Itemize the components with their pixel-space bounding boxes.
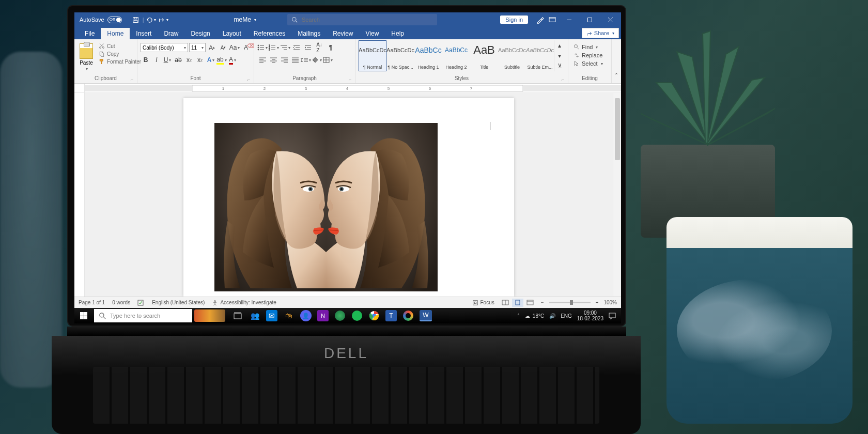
dialog-launcher-icon[interactable]: ⌐ [562,77,567,82]
style-subtitle[interactable]: AaBbCcDcSubtitle [498,40,526,71]
dialog-launcher-icon[interactable]: ⌐ [247,77,253,82]
cut-button[interactable]: Cut [97,42,143,50]
app-icon-2[interactable]: T [385,310,397,321]
search-input[interactable] [302,17,433,23]
style-no-spacing[interactable]: AaBbCcDc¶ No Spac... [386,40,414,71]
autosave-toggle[interactable]: AutoSave Off [74,17,127,23]
zoom-in-icon[interactable]: + [596,300,599,305]
grow-font-icon[interactable]: A▴ [207,42,217,53]
tab-home[interactable]: Home [101,28,130,39]
style-heading-1[interactable]: AaBbCcHeading 1 [414,40,442,71]
align-left-icon[interactable] [257,55,268,65]
language-indicator[interactable]: English (United States) [152,300,205,305]
tab-draw[interactable]: Draw [158,28,184,39]
zoom-out-icon[interactable]: − [541,300,544,305]
store-icon[interactable]: 🛍 [281,308,297,323]
teams-icon[interactable]: 👥 [246,308,263,323]
increase-indent-icon[interactable] [303,42,313,53]
focus-mode[interactable]: Focus [472,300,494,306]
task-view-icon[interactable] [229,308,246,323]
change-case-icon[interactable]: Aa▾ [229,42,240,53]
subscript-button[interactable]: x2 [184,55,194,65]
close-button[interactable] [600,13,620,26]
web-layout-icon[interactable] [524,299,536,307]
font-color-icon[interactable]: A▾ [227,55,238,65]
text-effects-icon[interactable]: A▾ [206,55,216,65]
style-subtle-emphasis[interactable]: AaBbCcDcSubtle Em... [526,40,554,71]
underline-button[interactable]: U▾ [162,55,173,65]
coming-soon-icon[interactable] [534,14,546,25]
align-right-icon[interactable] [279,55,289,65]
start-button[interactable] [74,308,93,323]
tab-insert[interactable]: Insert [130,28,158,39]
mail-icon[interactable]: ✉ [266,310,277,321]
print-layout-icon[interactable] [512,299,523,307]
tab-references[interactable]: References [247,28,291,39]
tab-file[interactable]: File [79,28,101,39]
style-normal[interactable]: AaBbCcDc¶ Normal [359,40,386,71]
font-name-select[interactable]: Calibri (Body)▾ [141,43,188,52]
justify-icon[interactable] [290,55,300,65]
strikethrough-button[interactable]: ab [173,55,183,65]
zoom-slider[interactable] [549,302,591,303]
save-icon[interactable] [130,14,142,25]
sound-icon[interactable]: 🔊 [549,313,555,319]
tab-design[interactable]: Design [184,28,216,39]
accessibility-indicator[interactable]: Accessibility: Investigate [212,300,276,306]
clear-format-icon[interactable]: A⌫ [241,42,251,53]
tray-expand-icon[interactable]: ˄ [517,313,520,319]
show-marks-icon[interactable]: ¶ [326,42,336,53]
select-button[interactable]: Select▾ [572,60,604,67]
styles-more-icon[interactable]: ⊻ [554,61,565,71]
discord-icon[interactable]: 👤 [300,310,312,321]
decrease-indent-icon[interactable] [291,42,302,53]
word-icon[interactable]: W [420,310,432,321]
scroll-thumb[interactable] [615,98,620,160]
vertical-ruler[interactable] [74,93,85,297]
shrink-font-icon[interactable]: A▾ [218,42,228,53]
italic-button[interactable]: I [151,55,162,65]
share-button[interactable]: Share▾ [582,28,619,38]
word-count[interactable]: 0 words [112,300,130,305]
spotify-icon[interactable] [349,308,365,323]
undo-icon[interactable]: ▾ [145,14,157,25]
zoom-level[interactable]: 100% [603,300,617,305]
chrome-icon[interactable] [366,308,382,323]
redo-icon[interactable]: ▾ [158,14,169,25]
taskbar-search[interactable]: Type here to search [94,309,192,322]
clock[interactable]: 09:0018-02-2023 [577,310,603,321]
format-painter-button[interactable]: Format Painter [97,58,143,65]
spellcheck-icon[interactable] [137,300,145,306]
line-spacing-icon[interactable]: ▾ [301,55,311,65]
style-heading-2[interactable]: AaBbCcHeading 2 [442,40,470,71]
numbering-icon[interactable]: 123▾ [269,42,279,53]
app-icon[interactable] [332,308,348,323]
document-title[interactable]: meMe▾ [234,16,256,23]
font-size-select[interactable]: 11▾ [189,43,206,52]
maximize-button[interactable] [580,13,599,26]
shading-icon[interactable]: ▾ [312,55,322,65]
search-box[interactable] [287,14,437,25]
language-indicator[interactable]: ENG [561,313,572,319]
news-widget-icon[interactable] [194,309,225,322]
page[interactable] [183,98,514,297]
read-mode-icon[interactable] [500,299,511,307]
align-center-icon[interactable] [268,55,278,65]
style-title[interactable]: AaBTitle [470,40,498,71]
page-indicator[interactable]: Page 1 of 1 [79,300,105,305]
find-button[interactable]: Find▾ [572,43,604,51]
superscript-button[interactable]: x2 [195,55,205,65]
sign-in-button[interactable]: Sign in [500,16,528,24]
styles-down-icon[interactable]: ▾ [554,51,565,61]
inserted-image[interactable] [214,123,438,291]
sort-icon[interactable]: A↓Z [314,42,324,53]
tab-layout[interactable]: Layout [216,28,247,39]
bullets-icon[interactable]: ▾ [257,42,268,53]
tab-view[interactable]: View [360,28,385,39]
styles-up-icon[interactable]: ▴ [554,40,565,51]
dialog-launcher-icon[interactable]: ⌐ [349,77,354,82]
collapse-ribbon-icon[interactable]: ˄ [612,71,621,81]
copy-button[interactable]: Copy [97,50,143,57]
document-canvas[interactable] [85,93,613,297]
minimize-button[interactable] [559,13,579,26]
